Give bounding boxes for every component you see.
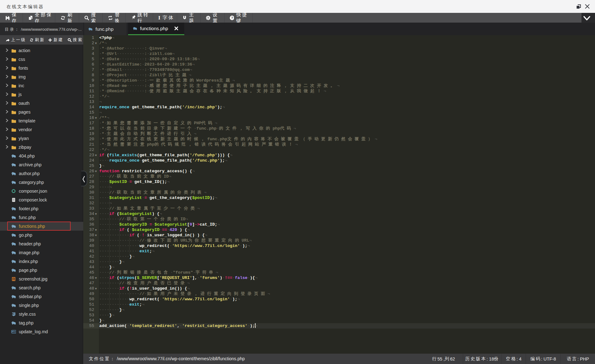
svg-text:?: ? <box>231 16 233 19</box>
